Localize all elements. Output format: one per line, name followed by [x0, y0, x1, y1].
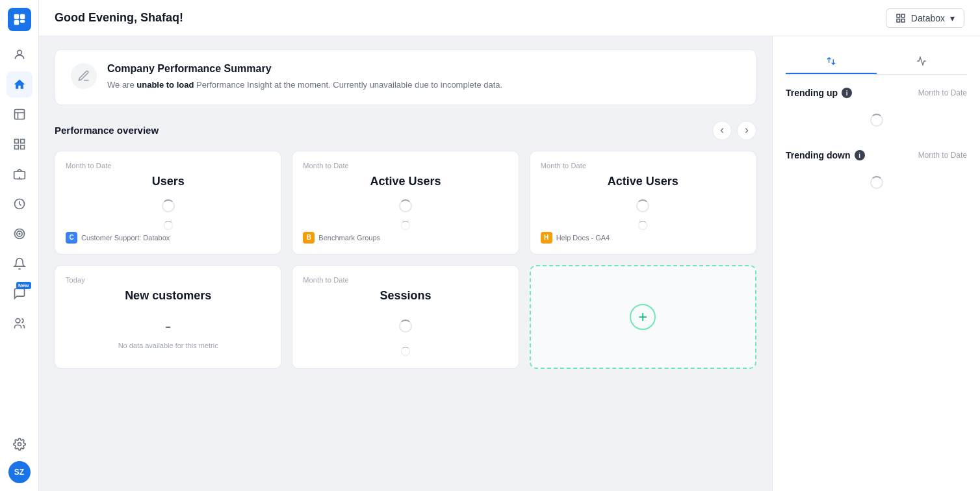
databox-chevron-icon: ▾: [950, 13, 955, 23]
company-summary-card: Company Performance Summary We are unabl…: [55, 49, 756, 105]
card-footer-active-users-1: B Benchmark Groups: [303, 232, 508, 244]
trending-down-period: Month to Date: [918, 151, 967, 160]
main-panel: Company Performance Summary We are unabl…: [39, 36, 772, 491]
trending-down-section: Trending down i Month to Date: [786, 150, 967, 197]
svg-rect-9: [20, 145, 24, 149]
card-title-users: Users: [66, 175, 270, 188]
card-title-new-customers: New customers: [66, 289, 270, 303]
card-no-data-new-customers: No data available for this metric: [118, 342, 218, 349]
top-header: Good Evening, Shafaq! Databox ▾: [39, 0, 980, 36]
metric-card-active-users-2: Month to Date Active Users H Help Docs -…: [530, 151, 756, 255]
right-panel-tabs: [786, 49, 967, 75]
trending-down-label: Trending down i: [786, 150, 865, 160]
main-wrapper: Good Evening, Shafaq! Databox ▾ Compan: [39, 0, 980, 491]
card-period-active-users-1: Month to Date: [303, 162, 508, 170]
card-period-users: Month to Date: [66, 162, 270, 170]
trending-up-period: Month to Date: [918, 88, 967, 97]
metric-cards-grid: Month to Date Users C Customer Support: …: [55, 151, 756, 369]
summary-title: Company Performance Summary: [107, 63, 502, 75]
footer-icon-active-users-2: H: [541, 232, 552, 244]
svg-rect-20: [901, 19, 905, 22]
footer-icon-active-users-1: B: [303, 232, 315, 244]
new-badge: New: [16, 282, 31, 289]
content-area: Company Performance Summary We are unabl…: [39, 36, 980, 491]
prev-arrow-button[interactable]: [712, 121, 732, 140]
sidebar: New SZ: [0, 0, 39, 491]
metric-card-users: Month to Date Users C Customer Support: …: [55, 151, 281, 255]
svg-rect-3: [19, 20, 25, 23]
sidebar-item-dashboard[interactable]: [6, 131, 32, 157]
sidebar-item-tv[interactable]: [6, 161, 32, 187]
svg-point-15: [16, 319, 20, 323]
card-period-active-users-2: Month to Date: [541, 162, 745, 170]
svg-rect-2: [14, 20, 19, 25]
section-title: Performance overview: [55, 125, 159, 136]
svg-rect-18: [901, 14, 905, 18]
footer-label-active-users-2: Help Docs - GA4: [556, 234, 610, 242]
card-spinner-sessions: [303, 308, 508, 345]
performance-header: Performance overview: [55, 121, 756, 140]
card-title-sessions: Sessions: [303, 289, 508, 303]
footer-label-active-users-1: Benchmark Groups: [318, 234, 380, 242]
databox-label: Databox: [911, 13, 945, 23]
card-spinner-active-users-1: [303, 194, 508, 219]
summary-icon: [71, 63, 97, 89]
footer-icon-users: C: [66, 232, 77, 244]
footer-label-users: Customer Support: Databox: [81, 234, 170, 242]
svg-rect-7: [20, 140, 24, 144]
sidebar-item-home[interactable]: [6, 71, 32, 97]
card-spinner-active-users-2: [541, 194, 745, 219]
svg-point-14: [19, 233, 20, 234]
app-logo[interactable]: [8, 8, 31, 31]
svg-rect-1: [19, 14, 25, 19]
add-metric-icon: +: [630, 304, 656, 330]
databox-button[interactable]: Databox ▾: [886, 8, 964, 28]
trending-up-header: Trending up i Month to Date: [786, 88, 967, 98]
svg-rect-8: [14, 145, 18, 149]
summary-text: We are unable to load Performance Insigh…: [107, 79, 502, 92]
add-metric-card[interactable]: +: [530, 265, 756, 369]
next-arrow-button[interactable]: [737, 121, 756, 140]
svg-rect-6: [14, 140, 18, 144]
right-panel: Trending up i Month to Date Trending dow…: [772, 36, 980, 491]
svg-point-16: [18, 443, 21, 446]
trending-up-info-icon[interactable]: i: [842, 88, 852, 98]
sidebar-item-user[interactable]: [6, 42, 32, 68]
sidebar-item-team[interactable]: [6, 310, 32, 336]
trending-down-header: Trending down i Month to Date: [786, 150, 967, 160]
svg-rect-5: [14, 110, 24, 120]
user-avatar[interactable]: SZ: [8, 461, 31, 483]
trending-up-label: Trending up i: [786, 88, 852, 98]
metric-card-new-customers: Today New customers - No data available …: [55, 265, 281, 369]
greeting-text: Good Evening, Shafaq!: [55, 11, 183, 25]
card-period-sessions: Month to Date: [303, 276, 508, 284]
trending-up-spinner: [786, 106, 967, 134]
card-dash-new-customers: -: [165, 316, 171, 336]
tab-activity[interactable]: [877, 49, 968, 74]
sidebar-item-alerts[interactable]: [6, 251, 32, 277]
sidebar-item-scoreboard[interactable]: [6, 101, 32, 127]
card-title-active-users-2: Active Users: [541, 175, 745, 188]
trending-down-spinner: [786, 168, 967, 197]
svg-rect-0: [14, 14, 19, 19]
card-title-active-users-1: Active Users: [303, 175, 508, 188]
metric-card-sessions: Month to Date Sessions: [292, 265, 519, 369]
sidebar-item-metrics[interactable]: [6, 191, 32, 217]
metric-card-active-users-1: Month to Date Active Users B Benchmark G…: [292, 151, 519, 255]
card-spinner-users: [66, 194, 270, 219]
tab-trending[interactable]: [786, 49, 877, 74]
card-footer-users: C Customer Support: Databox: [66, 232, 270, 244]
trending-up-section: Trending up i Month to Date: [786, 88, 967, 134]
nav-arrows: [712, 121, 756, 140]
svg-rect-17: [897, 14, 900, 18]
card-period-new-customers: Today: [66, 276, 270, 284]
card-footer-active-users-2: H Help Docs - GA4: [541, 232, 745, 244]
sidebar-item-ask[interactable]: New: [6, 281, 32, 307]
sidebar-item-settings[interactable]: [6, 431, 32, 457]
sidebar-item-goals[interactable]: [6, 221, 32, 247]
trending-down-info-icon[interactable]: i: [855, 150, 865, 160]
svg-point-4: [17, 50, 21, 55]
svg-rect-19: [897, 19, 900, 22]
